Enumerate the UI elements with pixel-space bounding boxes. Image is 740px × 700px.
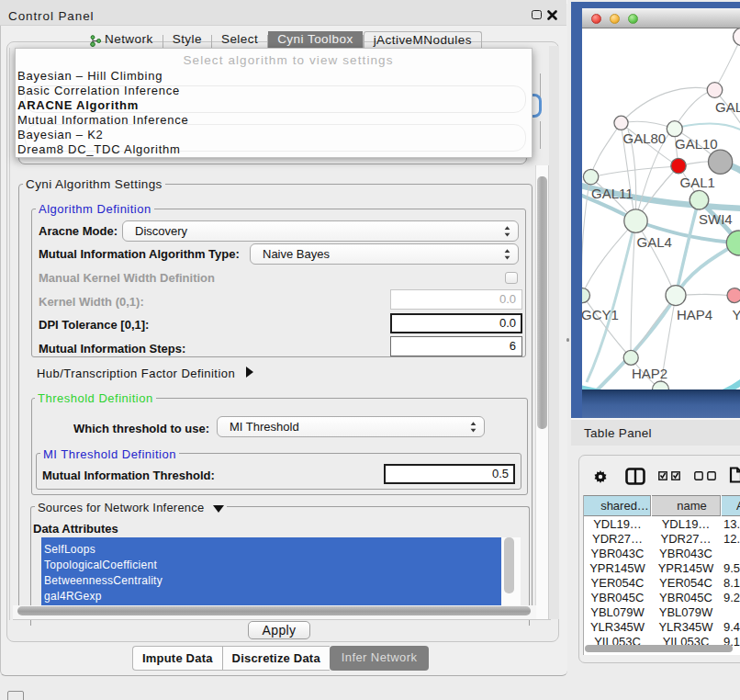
svg-text:GAL80: GAL80 [623,130,667,146]
svg-text:YEL: YEL [733,307,740,322]
svg-text:GAL7: GAL7 [715,99,740,115]
svg-text:GAL10: GAL10 [675,136,718,152]
svg-text:GAL4: GAL4 [637,234,672,250]
svg-text:GCY1: GCY1 [582,307,619,322]
svg-text:GAL1: GAL1 [680,175,715,190]
svg-text:GAL11: GAL11 [591,186,633,201]
svg-text:HAP2: HAP2 [632,366,667,381]
svg-text:SWI4: SWI4 [699,211,733,227]
svg-text:HAP4: HAP4 [677,307,712,322]
